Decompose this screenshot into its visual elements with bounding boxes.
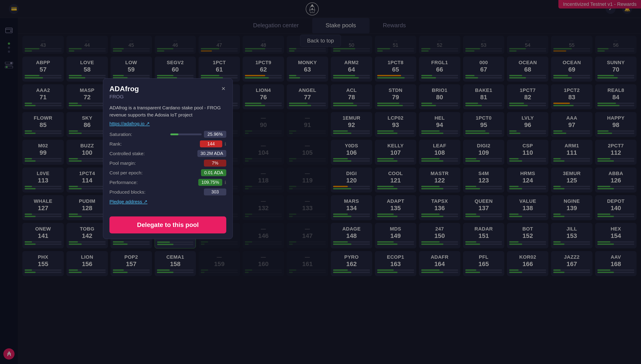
modal-close-button[interactable]: × bbox=[220, 85, 226, 92]
rank-value: 144 bbox=[200, 140, 222, 147]
saturation-bar-container: 25.96% bbox=[170, 131, 226, 138]
performance-info-icon: ℹ bbox=[224, 180, 226, 185]
performance-value-container: 109.75% ℹ bbox=[198, 179, 226, 186]
cost-per-epoch-label: Cost per epoch: bbox=[109, 170, 201, 176]
modal-subtitle: FROG bbox=[109, 94, 139, 100]
performance-label: Performance: bbox=[109, 180, 198, 185]
saturation-progress-bar bbox=[170, 134, 202, 135]
rank-label: Rank: bbox=[109, 141, 200, 147]
produced-blocks-value-container: 303 bbox=[204, 188, 226, 196]
produced-blocks-label: Produced blocks: bbox=[109, 190, 204, 195]
controlled-stake-label: Controlled stake: bbox=[109, 151, 197, 156]
modal-title: ADAfrog bbox=[109, 85, 139, 93]
pledge-address-link[interactable]: Pledge address ↗ bbox=[109, 199, 226, 204]
stat-pool-margin: Pool margin: 7% bbox=[109, 160, 226, 166]
cost-per-epoch-value: 0.01 ADA bbox=[201, 169, 226, 176]
modal-stats: Saturation: 25.96% Rank: 144 ℹ Controlle… bbox=[109, 131, 226, 196]
stat-saturation: Saturation: 25.96% bbox=[109, 131, 226, 138]
modal-title-block: ADAfrog FROG bbox=[109, 85, 139, 100]
modal-header: ADAfrog FROG × bbox=[103, 78, 232, 102]
modal-overlay[interactable] bbox=[0, 0, 641, 364]
saturation-fill bbox=[170, 134, 178, 135]
produced-blocks-value: 303 bbox=[204, 188, 226, 196]
saturation-value: 25.96% bbox=[204, 131, 226, 138]
modal-description: ADAfrog is a transparent Cardano stake p… bbox=[109, 104, 226, 118]
pool-margin-value-container: 7% bbox=[204, 160, 226, 166]
pool-margin-value: 7% bbox=[204, 160, 226, 166]
stat-produced-blocks: Produced blocks: 303 bbox=[109, 188, 226, 196]
pool-margin-label: Pool margin: bbox=[109, 160, 204, 166]
stat-cost-per-epoch: Cost per epoch: 0.01 ADA bbox=[109, 169, 226, 176]
delegate-button[interactable]: Delegate to this pool bbox=[109, 216, 226, 234]
saturation-label: Saturation: bbox=[109, 132, 170, 137]
stat-controlled-stake: Controlled stake: 30.2M ADA bbox=[109, 150, 226, 157]
controlled-stake-value-container: 30.2M ADA bbox=[197, 150, 226, 157]
stat-rank: Rank: 144 ℹ bbox=[109, 140, 226, 147]
modal-link[interactable]: https://adafrog.io ↗ bbox=[109, 121, 226, 126]
cost-per-epoch-value-container: 0.01 ADA bbox=[201, 169, 226, 176]
controlled-stake-value: 30.2M ADA bbox=[197, 150, 226, 157]
rank-value-container: 144 ℹ bbox=[200, 140, 226, 147]
performance-value: 109.75% bbox=[198, 179, 222, 186]
rank-info-icon: ℹ bbox=[224, 141, 226, 147]
stat-performance: Performance: 109.75% ℹ bbox=[109, 179, 226, 186]
modal-body: ADAfrog is a transparent Cardano stake p… bbox=[103, 102, 232, 213]
pool-modal: ADAfrog FROG × ADAfrog is a transparent … bbox=[103, 78, 233, 239]
